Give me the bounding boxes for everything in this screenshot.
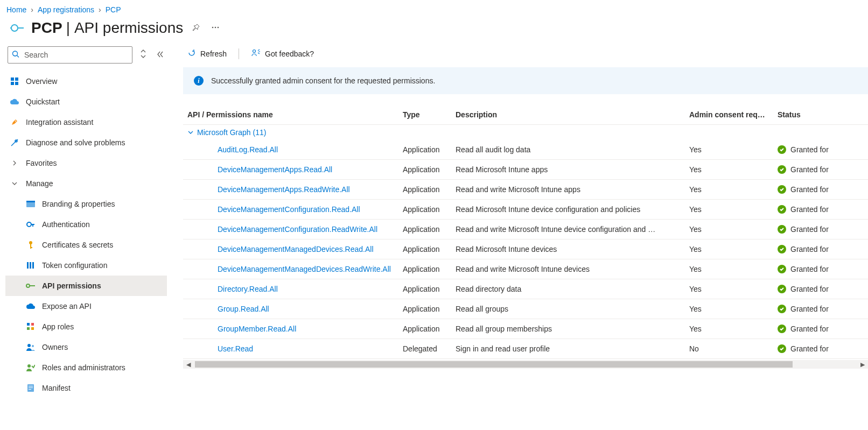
svg-rect-27 [31, 323, 34, 326]
permission-group-row[interactable]: Microsoft Graph (11) [183, 125, 868, 140]
success-notice: i Successfully granted admin consent for… [183, 67, 868, 94]
check-icon [778, 145, 786, 154]
scroll-left-icon[interactable]: ◀ [184, 360, 193, 369]
permission-description: Read and write Microsoft Intune device c… [451, 220, 685, 239]
permission-type: Delegated [398, 339, 451, 359]
permission-name-link[interactable]: User.Read [218, 344, 253, 353]
group-label[interactable]: Microsoft Graph (11) [197, 128, 266, 137]
sidebar-section-favorites[interactable]: Favorites [5, 153, 167, 173]
table-row[interactable]: DeviceManagementApps.Read.AllApplication… [183, 160, 868, 180]
check-icon [778, 185, 786, 194]
permission-description: Read all groups [451, 299, 685, 319]
sidebar-item-quickstart[interactable]: Quickstart [5, 91, 167, 112]
search-input[interactable] [8, 46, 132, 64]
permission-type: Application [398, 180, 451, 200]
permission-name-link[interactable]: Directory.Read.All [218, 285, 278, 293]
check-icon [778, 325, 786, 333]
sidebar-item-label: Diagnose and solve problems [26, 138, 125, 147]
notice-text: Successfully granted admin consent for t… [211, 76, 435, 85]
table-row[interactable]: GroupMember.Read.AllApplicationRead all … [183, 319, 868, 339]
refresh-label: Refresh [200, 50, 227, 58]
sidebar-item-label: Branding & properties [42, 200, 115, 208]
owners-icon [26, 342, 36, 352]
sidebar-item-api-permissions[interactable]: API permissions [5, 276, 167, 296]
key-icon [26, 240, 36, 250]
sidebar-item-app-roles[interactable]: App roles [5, 316, 167, 337]
scroll-right-icon[interactable]: ▶ [858, 360, 867, 369]
table-row[interactable]: DeviceManagementConfiguration.ReadWrite.… [183, 220, 868, 239]
svg-rect-36 [29, 389, 31, 390]
svg-point-5 [218, 26, 219, 28]
sidebar-item-label: Token configuration [42, 261, 107, 270]
table-row[interactable]: DeviceManagementManagedDevices.ReadWrite… [183, 259, 868, 279]
status-text: Granted for [790, 225, 829, 234]
permission-type: Application [398, 140, 451, 160]
table-row[interactable]: DeviceManagementApps.ReadWrite.AllApplic… [183, 180, 868, 200]
sidebar-item-roles[interactable]: Roles and administrators [5, 357, 167, 378]
svg-point-0 [11, 25, 18, 31]
sidebar-item-diagnose[interactable]: Diagnose and solve problems [5, 132, 167, 153]
sidebar-item-authentication[interactable]: Authentication [5, 214, 167, 235]
permission-name-link[interactable]: DeviceManagementApps.ReadWrite.All [218, 185, 350, 194]
horizontal-scrollbar[interactable]: ◀ ▶ [183, 360, 868, 369]
collapse-icon[interactable] [154, 49, 165, 61]
col-header-status[interactable]: Status [773, 105, 868, 125]
breadcrumb-app[interactable]: PCP [106, 5, 121, 14]
status-text: Granted for [790, 205, 829, 214]
permission-name-link[interactable]: DeviceManagementManagedDevices.ReadWrite… [218, 265, 391, 273]
table-row[interactable]: User.ReadDelegatedSign in and read user … [183, 339, 868, 359]
refresh-button[interactable]: Refresh [183, 46, 231, 61]
table-row[interactable]: Group.Read.AllApplicationRead all groups… [183, 299, 868, 319]
expand-icon[interactable] [139, 48, 148, 61]
sidebar-section-manage[interactable]: Manage [5, 173, 167, 194]
col-header-type[interactable]: Type [398, 105, 451, 125]
sidebar-item-label: App roles [42, 322, 74, 331]
permission-type: Application [398, 200, 451, 220]
permission-name-link[interactable]: GroupMember.Read.All [218, 325, 296, 333]
sidebar-item-certificates[interactable]: Certificates & secrets [5, 235, 167, 255]
check-icon [778, 245, 786, 253]
svg-rect-22 [32, 262, 34, 269]
sidebar-item-expose[interactable]: Expose an API [5, 296, 167, 316]
more-icon[interactable] [209, 21, 222, 36]
permission-name-link[interactable]: AuditLog.Read.All [218, 145, 278, 154]
permission-name-link[interactable]: DeviceManagementConfiguration.ReadWrite.… [218, 225, 377, 234]
feedback-button[interactable]: Got feedback? [247, 46, 318, 61]
col-header-admin[interactable]: Admin consent req… [685, 105, 773, 125]
permission-type: Application [398, 239, 451, 259]
pin-icon[interactable] [190, 21, 202, 36]
page-title: PCP | API permissions [31, 19, 183, 37]
svg-point-31 [32, 345, 34, 347]
table-row[interactable]: AuditLog.Read.AllApplicationRead all aud… [183, 140, 868, 160]
breadcrumb-appreg[interactable]: App registrations [38, 5, 94, 14]
permission-status: Granted for [773, 200, 868, 220]
breadcrumb-home[interactable]: Home [6, 5, 26, 14]
sidebar-item-label: Owners [42, 343, 68, 351]
group-toggle[interactable]: Microsoft Graph (11) [187, 128, 864, 137]
permission-description: Sign in and read user profile [451, 339, 685, 359]
sidebar: Overview Quickstart Integration assistan… [0, 46, 167, 406]
overview-icon [10, 76, 19, 86]
sidebar-item-branding[interactable]: Branding & properties [5, 194, 167, 214]
cloud-icon [10, 97, 19, 107]
permission-name-link[interactable]: DeviceManagementConfiguration.Read.All [218, 205, 360, 214]
sidebar-item-overview[interactable]: Overview [5, 71, 167, 91]
table-row[interactable]: Directory.Read.AllApplicationRead direct… [183, 279, 868, 299]
col-header-desc[interactable]: Description [451, 105, 685, 125]
table-row[interactable]: DeviceManagementConfiguration.Read.AllAp… [183, 200, 868, 220]
col-header-name[interactable]: API / Permissions name [183, 105, 398, 125]
scroll-thumb[interactable] [195, 361, 793, 368]
sidebar-item-label: Certificates & secrets [42, 241, 113, 249]
sidebar-item-integration[interactable]: Integration assistant [5, 112, 167, 132]
permission-name-link[interactable]: Group.Read.All [218, 305, 269, 313]
sidebar-item-manifest[interactable]: Manifest [5, 378, 167, 398]
permission-name-link[interactable]: DeviceManagementManagedDevices.Read.All [218, 245, 374, 253]
sidebar-item-token[interactable]: Token configuration [5, 255, 167, 276]
status-text: Granted for [790, 325, 829, 333]
permission-admin-consent: Yes [685, 220, 773, 239]
table-row[interactable]: DeviceManagementManagedDevices.Read.AllA… [183, 239, 868, 259]
permission-admin-consent: Yes [685, 279, 773, 299]
permission-name-link[interactable]: DeviceManagementApps.Read.All [218, 165, 332, 174]
sidebar-item-owners[interactable]: Owners [5, 337, 167, 357]
permission-admin-consent: Yes [685, 319, 773, 339]
